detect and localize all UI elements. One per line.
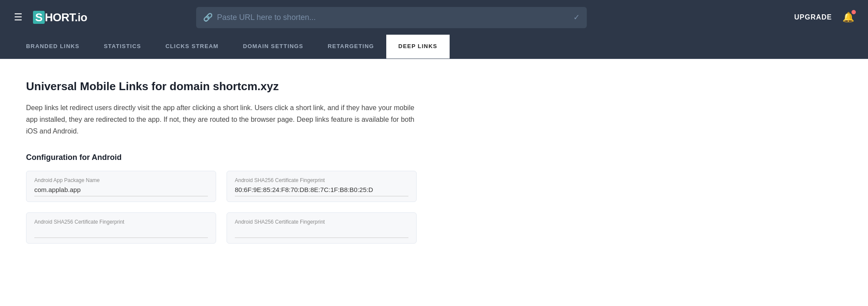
logo-s-icon: S	[33, 11, 45, 24]
check-icon: ✓	[573, 13, 580, 22]
url-bar-container: 🔗 ✓	[196, 7, 587, 28]
android-sha256-label-1: Android SHA256 Certificate Fingerprint	[235, 177, 408, 183]
android-sha256-label-3: Android SHA256 Certificate Fingerprint	[235, 219, 408, 225]
android-sha256-field-2[interactable]: Android SHA256 Certificate Fingerprint	[26, 212, 216, 244]
tab-branded-links[interactable]: BRANDED LINKS	[14, 35, 92, 59]
notification-badge	[852, 10, 856, 14]
link-icon: 🔗	[203, 13, 213, 22]
nav-tabs: BRANDED LINKS STATISTICS CLICKS STREAM D…	[0, 35, 868, 59]
android-package-name-field[interactable]: Android App Package Name com.applab.app	[26, 171, 216, 202]
tab-deep-links[interactable]: DEEP LINKS	[386, 35, 450, 59]
android-sha256-value-1: 80:6F:9E:85:24:F8:70:DB:8E:7C:1F:B8:B0:2…	[235, 186, 408, 196]
android-package-name-value: com.applab.app	[34, 186, 208, 196]
logo-text: HORT.io	[45, 11, 87, 24]
url-shorten-input[interactable]	[196, 7, 587, 28]
tab-statistics[interactable]: STATISTICS	[92, 35, 153, 59]
android-sha256-value-2	[34, 228, 208, 238]
android-sha256-field-1[interactable]: Android SHA256 Certificate Fingerprint 8…	[227, 171, 417, 202]
page-title: Universal Mobile Links for domain shortc…	[26, 80, 582, 93]
android-sha256-value-3	[235, 228, 408, 238]
header-right: UPGRADE 🔔	[794, 12, 854, 23]
android-package-name-label: Android App Package Name	[34, 177, 208, 183]
android-sha256-field-3[interactable]: Android SHA256 Certificate Fingerprint	[227, 212, 417, 244]
android-sha256-label-2: Android SHA256 Certificate Fingerprint	[34, 219, 208, 225]
section-title: Configuration for Android	[26, 153, 582, 162]
tab-retargeting[interactable]: RETARGETING	[316, 35, 386, 59]
main-content: Universal Mobile Links for domain shortc…	[0, 59, 608, 275]
upgrade-button[interactable]: UPGRADE	[794, 13, 832, 21]
android-config-bottom-row: Android SHA256 Certificate Fingerprint A…	[26, 212, 417, 244]
tab-domain-settings[interactable]: DOMAIN SETTINGS	[231, 35, 316, 59]
android-config-top-row: Android App Package Name com.applab.app …	[26, 171, 417, 202]
header: ☰ S HORT.io 🔗 ✓ UPGRADE 🔔	[0, 0, 868, 35]
page-description: Deep links let redirect users directly v…	[26, 102, 417, 137]
logo[interactable]: S HORT.io	[33, 11, 87, 24]
hamburger-icon[interactable]: ☰	[14, 12, 23, 23]
tab-clicks-stream[interactable]: CLICKS STREAM	[153, 35, 231, 59]
notification-icon[interactable]: 🔔	[842, 12, 854, 23]
